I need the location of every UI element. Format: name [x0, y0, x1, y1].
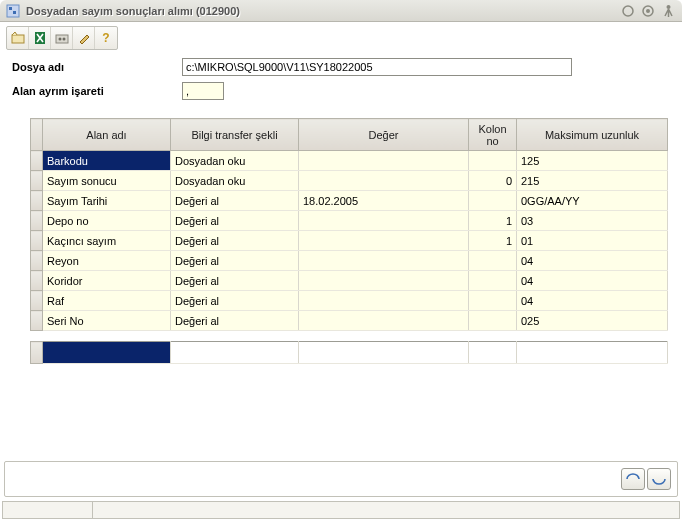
rowhead[interactable] — [31, 251, 43, 271]
col-transfer[interactable]: Bilgi transfer şekli — [171, 119, 299, 151]
excel-button[interactable] — [29, 27, 51, 49]
cell-alan[interactable]: Koridor — [43, 271, 171, 291]
table-row[interactable]: Sayım sonucuDosyadan oku0215 — [31, 171, 668, 191]
cell-kolon[interactable] — [469, 151, 517, 171]
table-row[interactable]: Depo noDeğeri al103 — [31, 211, 668, 231]
cell-deger[interactable]: 18.02.2005 — [299, 191, 469, 211]
cell-max[interactable]: 025 — [517, 311, 668, 331]
table-row[interactable]: Sayım TarihiDeğeri al18.02.20050GG/AA/YY — [31, 191, 668, 211]
rowhead[interactable] — [31, 271, 43, 291]
cell-kolon[interactable] — [469, 251, 517, 271]
cell-deger[interactable] — [299, 251, 469, 271]
cell-alan[interactable]: Reyon — [43, 251, 171, 271]
cell-alan[interactable]: Depo no — [43, 211, 171, 231]
toolbar: ? — [0, 22, 682, 50]
cell-transfer[interactable]: Değeri al — [171, 271, 299, 291]
cell-alan[interactable]: Sayım sonucu — [43, 171, 171, 191]
cell-deger[interactable] — [299, 311, 469, 331]
table-row[interactable]: BarkoduDosyadan oku125 — [31, 151, 668, 171]
table-row[interactable]: RafDeğeri al04 — [31, 291, 668, 311]
cell-deger[interactable] — [299, 171, 469, 191]
tools-button[interactable] — [51, 27, 73, 49]
cell-deger[interactable] — [299, 231, 469, 251]
svg-point-10 — [58, 38, 61, 41]
rowhead[interactable] — [31, 151, 43, 171]
cell-alan[interactable]: Sayım Tarihi — [43, 191, 171, 211]
status-cell — [3, 502, 93, 518]
rowhead[interactable] — [31, 231, 43, 251]
cell-max[interactable]: 01 — [517, 231, 668, 251]
cell-kolon[interactable]: 1 — [469, 231, 517, 251]
app-icon — [6, 4, 20, 18]
separator-label: Alan ayrım işareti — [12, 85, 182, 97]
svg-rect-2 — [13, 11, 16, 14]
status-bar — [2, 501, 680, 519]
grid-header-row: Alan adı Bilgi transfer şekli Değer Kolo… — [31, 119, 668, 151]
rowhead[interactable] — [31, 171, 43, 191]
close-icon[interactable] — [660, 3, 676, 19]
cell-max[interactable]: 04 — [517, 271, 668, 291]
table-row[interactable]: Seri NoDeğeri al025 — [31, 311, 668, 331]
cell-alan[interactable]: Seri No — [43, 311, 171, 331]
rowhead[interactable] — [31, 311, 43, 331]
window-title: Dosyadan sayım sonuçları alımı (012900) — [26, 5, 616, 17]
footer-selection-cell[interactable] — [43, 342, 171, 364]
cell-kolon[interactable] — [469, 311, 517, 331]
svg-point-6 — [666, 5, 670, 9]
cell-max[interactable]: 04 — [517, 291, 668, 311]
cell-kolon[interactable]: 1 — [469, 211, 517, 231]
cell-deger[interactable] — [299, 151, 469, 171]
maximize-icon[interactable] — [640, 3, 656, 19]
separator-input[interactable] — [182, 82, 224, 100]
cell-transfer[interactable]: Değeri al — [171, 191, 299, 211]
col-deger[interactable]: Değer — [299, 119, 469, 151]
grid-footer — [30, 341, 668, 364]
svg-point-3 — [623, 6, 633, 16]
ok-button[interactable] — [621, 468, 645, 490]
cell-deger[interactable] — [299, 291, 469, 311]
title-bar[interactable]: Dosyadan sayım sonuçları alımı (012900) — [0, 0, 682, 22]
cell-kolon[interactable] — [469, 271, 517, 291]
col-maksimum[interactable]: Maksimum uzunluk — [517, 119, 668, 151]
minimize-icon[interactable] — [620, 3, 636, 19]
col-kolon[interactable]: Kolon no — [469, 119, 517, 151]
rowhead-corner — [31, 119, 43, 151]
edit-button[interactable] — [73, 27, 95, 49]
cell-transfer[interactable]: Değeri al — [171, 251, 299, 271]
table-row[interactable]: KoridorDeğeri al04 — [31, 271, 668, 291]
cancel-button[interactable] — [647, 468, 671, 490]
cell-transfer[interactable]: Değeri al — [171, 231, 299, 251]
help-button[interactable]: ? — [95, 27, 117, 49]
table-row[interactable]: Kaçıncı sayımDeğeri al101 — [31, 231, 668, 251]
cell-transfer[interactable]: Dosyadan oku — [171, 171, 299, 191]
cell-max[interactable]: 04 — [517, 251, 668, 271]
rowhead[interactable] — [31, 191, 43, 211]
rowhead[interactable] — [31, 291, 43, 311]
cell-max[interactable]: 215 — [517, 171, 668, 191]
footer-bar — [4, 461, 678, 497]
cell-transfer[interactable]: Değeri al — [171, 311, 299, 331]
data-grid[interactable]: Alan adı Bilgi transfer şekli Değer Kolo… — [30, 118, 668, 331]
open-button[interactable] — [7, 27, 29, 49]
cell-transfer[interactable]: Dosyadan oku — [171, 151, 299, 171]
rowhead[interactable] — [31, 211, 43, 231]
cell-max[interactable]: 03 — [517, 211, 668, 231]
cell-kolon[interactable] — [469, 291, 517, 311]
cell-kolon[interactable] — [469, 191, 517, 211]
cell-alan[interactable]: Kaçıncı sayım — [43, 231, 171, 251]
footer-rowhead — [31, 342, 43, 364]
cell-alan[interactable]: Raf — [43, 291, 171, 311]
cell-deger[interactable] — [299, 271, 469, 291]
cell-alan[interactable]: Barkodu — [43, 151, 171, 171]
cell-transfer[interactable]: Değeri al — [171, 291, 299, 311]
col-alan-adi[interactable]: Alan adı — [43, 119, 171, 151]
svg-rect-9 — [56, 35, 68, 43]
cell-deger[interactable] — [299, 211, 469, 231]
cell-max[interactable]: 125 — [517, 151, 668, 171]
table-row[interactable]: ReyonDeğeri al04 — [31, 251, 668, 271]
file-path-input[interactable] — [182, 58, 572, 76]
cell-transfer[interactable]: Değeri al — [171, 211, 299, 231]
svg-text:?: ? — [102, 31, 109, 45]
cell-max[interactable]: 0GG/AA/YY — [517, 191, 668, 211]
cell-kolon[interactable]: 0 — [469, 171, 517, 191]
